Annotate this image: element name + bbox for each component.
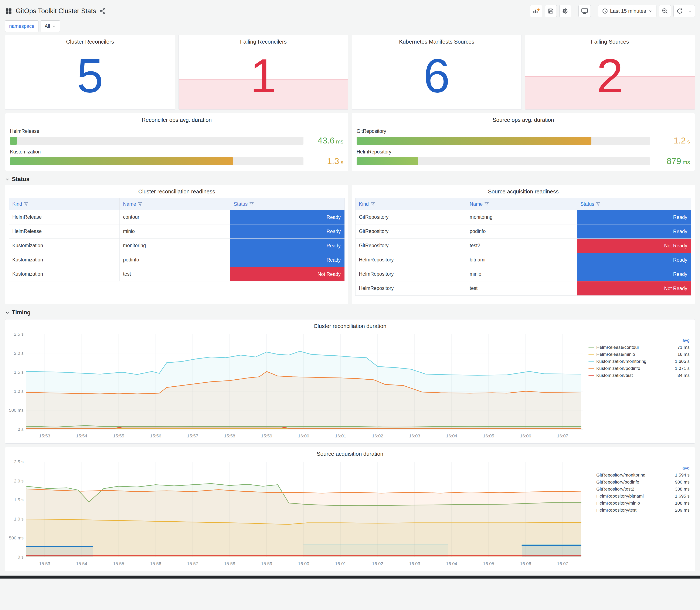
panel-title[interactable]: Cluster Reconcilers: [5, 35, 175, 45]
legend-series-label[interactable]: Kustomization/test: [596, 373, 666, 378]
y-tick-label: 2.5 s: [14, 459, 23, 464]
cycle-view-icon[interactable]: [579, 5, 591, 17]
filter-icon[interactable]: [249, 202, 254, 206]
gauge-track: [10, 157, 304, 165]
cell-name: podinfo: [466, 224, 577, 239]
legend-avg-header[interactable]: avg: [666, 465, 689, 470]
column-header-kind[interactable]: Kind: [356, 198, 466, 210]
column-header-name[interactable]: Name: [120, 198, 230, 210]
x-tick-label: 15:54: [76, 433, 87, 438]
legend-series-label[interactable]: HelmRepository/bitnami: [596, 494, 666, 499]
x-tick-label: 15:54: [76, 561, 87, 566]
legend-series-label[interactable]: HelmRepository/test: [596, 508, 666, 513]
refresh-icon[interactable]: [673, 5, 685, 17]
y-tick-label: 0 s: [18, 555, 23, 559]
filter-icon[interactable]: [371, 202, 375, 206]
time-series-plot[interactable]: 0 s500 ms1.0 s1.5 s2.0 s2.5 s15:5315:541…: [6, 330, 586, 441]
stat-panel: Failing Reconcilers1: [179, 35, 348, 110]
time-series-plot[interactable]: 0 s500 ms1.0 s1.5 s2.0 s2.5 s15:5315:541…: [6, 458, 586, 568]
column-header-status[interactable]: Status: [230, 198, 344, 210]
panel-title[interactable]: Kubernetes Manifests Sources: [352, 35, 521, 45]
panel-title[interactable]: Reconciler ops avg. duration: [10, 113, 343, 123]
cell-status: Ready: [230, 239, 344, 253]
cell-kind: Kustomization: [9, 253, 120, 267]
template-variables: namespace All: [5, 20, 695, 32]
cell-status: Ready: [230, 210, 344, 224]
legend-row: Kustomization/test84 ms: [588, 372, 689, 379]
status-badge: Ready: [577, 210, 691, 224]
dashboard-grid-icon[interactable]: [5, 7, 12, 15]
x-tick-label: 15:57: [187, 561, 198, 566]
legend-series-avg: 71 ms: [666, 345, 689, 350]
column-label: Status: [580, 201, 594, 207]
cell-kind: Kustomization: [9, 239, 120, 253]
variable-namespace-value-dropdown[interactable]: All: [40, 20, 60, 32]
x-tick-label: 16:06: [520, 561, 531, 566]
refresh-interval-dropdown[interactable]: [685, 5, 695, 17]
gauge-line: 1.3s: [10, 156, 343, 166]
panel-title[interactable]: Cluster reconciliation readiness: [5, 185, 348, 195]
legend-series-label[interactable]: GitRepository/podinfo: [596, 480, 666, 485]
column-header-kind[interactable]: Kind: [9, 198, 120, 210]
cell-kind: GitRepository: [356, 210, 466, 224]
table-row: KustomizationtestNot Ready: [9, 267, 345, 282]
legend-series-label[interactable]: Kustomization/podinfo: [596, 366, 666, 371]
filter-icon[interactable]: [485, 202, 489, 206]
section-row-status[interactable]: Status: [5, 176, 695, 182]
gauge-row: GitRepository1.2s: [357, 128, 690, 146]
table-row: GitRepositorytest2Not Ready: [355, 239, 691, 253]
x-tick-label: 15:59: [261, 561, 272, 566]
gauge-value: 43.6ms: [309, 135, 343, 146]
x-tick-label: 16:04: [446, 561, 457, 566]
column-header-status[interactable]: Status: [577, 198, 691, 210]
zoom-out-icon[interactable]: [659, 5, 671, 17]
gauge-label: Kustomization: [10, 149, 343, 155]
legend-series-swatch: [588, 510, 594, 510]
legend-series-label[interactable]: HelmRelease/contour: [596, 345, 666, 350]
gauge-bar: [10, 157, 233, 165]
dashboard-page: GitOps Toolkit Cluster Stats Last 15: [0, 0, 700, 571]
legend-series-avg: 108 ms: [666, 500, 689, 505]
panel-title[interactable]: Failing Sources: [525, 35, 695, 45]
y-tick-label: 500 ms: [9, 408, 23, 413]
x-tick-label: 15:58: [224, 561, 235, 566]
gauge-row: HelmRepository879ms: [357, 149, 690, 166]
add-panel-button[interactable]: [530, 5, 542, 17]
filter-icon[interactable]: [24, 202, 28, 206]
legend-header-row: avg: [588, 464, 689, 471]
gauge-label: GitRepository: [357, 128, 690, 134]
legend-avg-header[interactable]: avg: [666, 338, 689, 343]
cell-status: Not Ready: [577, 282, 691, 295]
section-row-timing[interactable]: Timing: [5, 309, 695, 316]
legend-series-label[interactable]: Kustomization/monitoring: [596, 359, 666, 364]
panel-title[interactable]: Source ops avg. duration: [357, 113, 690, 123]
filter-icon[interactable]: [596, 202, 600, 206]
panel-title[interactable]: Cluster reconciliation duration: [5, 319, 695, 330]
panel-title[interactable]: Failing Reconcilers: [179, 35, 348, 45]
legend-series-avg: 1.605 s: [666, 359, 689, 364]
legend-row: HelmRelease/contour71 ms: [588, 344, 689, 351]
legend-series-label[interactable]: GitRepository/test2: [596, 486, 666, 492]
filter-icon[interactable]: [138, 202, 142, 206]
panel-title[interactable]: Source acquisition duration: [5, 447, 695, 457]
legend-series-swatch: [588, 354, 594, 354]
share-icon[interactable]: [99, 8, 106, 14]
legend-series-label[interactable]: HelmRelease/minio: [596, 352, 666, 357]
legend-series-label[interactable]: HelmRepository/minio: [596, 500, 666, 505]
panel-title[interactable]: Source acquisition readiness: [352, 185, 695, 195]
column-header-name[interactable]: Name: [466, 198, 577, 210]
gauge-value: 1.3s: [309, 156, 343, 166]
time-range-picker[interactable]: Last 15 minutes: [598, 5, 656, 17]
legend-series-swatch: [588, 347, 594, 348]
table-row: HelmRepositorytestNot Ready: [355, 282, 691, 296]
variable-namespace-label[interactable]: namespace: [5, 20, 38, 32]
gear-icon[interactable]: [559, 5, 571, 17]
page-title: GitOps Toolkit Cluster Stats: [16, 7, 96, 15]
plot-area[interactable]: 0 s500 ms1.0 s1.5 s2.0 s2.5 s15:5315:541…: [6, 330, 586, 442]
legend-series-label[interactable]: GitRepository/monitoring: [596, 472, 666, 478]
gauge-track: [10, 137, 304, 145]
save-icon[interactable]: [545, 5, 557, 17]
cell-status: Ready: [577, 253, 691, 267]
plot-area[interactable]: 0 s500 ms1.0 s1.5 s2.0 s2.5 s15:5315:541…: [6, 458, 586, 569]
legend-row: HelmRepository/minio108 ms: [588, 499, 689, 507]
